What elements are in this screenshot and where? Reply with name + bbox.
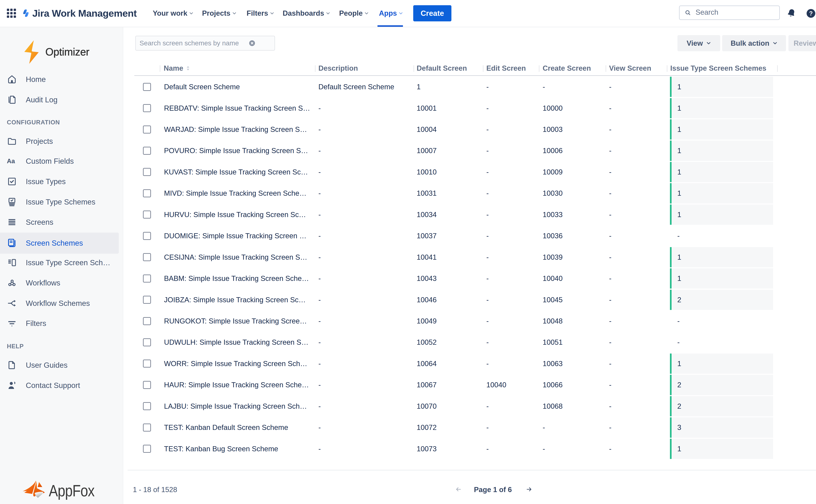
svg-text:Aa: Aa bbox=[7, 157, 15, 165]
svg-text:?: ? bbox=[809, 10, 813, 17]
